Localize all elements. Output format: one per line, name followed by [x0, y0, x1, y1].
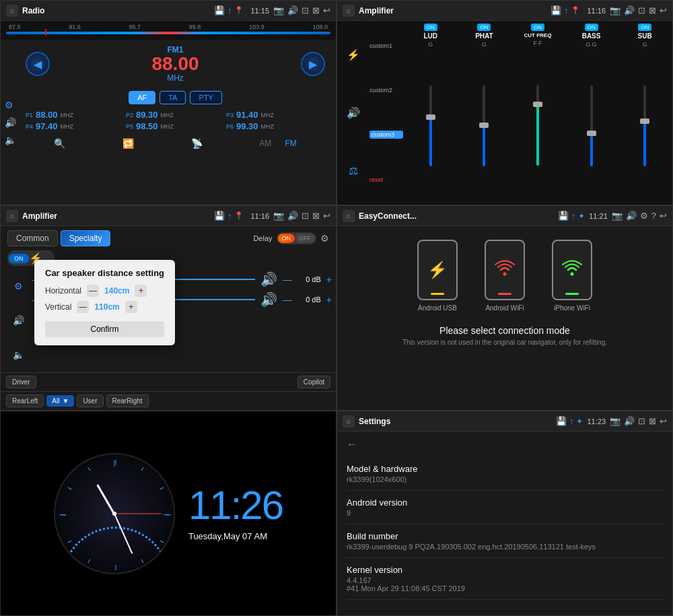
- android-wifi-label: Android WiFi: [485, 304, 524, 312]
- settings-icon-ec[interactable]: ⚙: [640, 211, 648, 221]
- sound-icon[interactable]: 🔊: [5, 117, 16, 128]
- phat-slider[interactable]: [483, 49, 485, 202]
- reset-label[interactable]: reset: [369, 176, 403, 183]
- horizontal-minus[interactable]: —: [87, 285, 99, 297]
- volume-icon-ec: 🔊: [626, 211, 637, 221]
- amp-channel-phat: ON PHAT G: [460, 24, 509, 202]
- back-icon-s[interactable]: ↩: [660, 416, 667, 426]
- custom2-label[interactable]: custom2: [369, 87, 403, 94]
- bluetooth-icon-s: ✦: [576, 417, 583, 426]
- signal-icon[interactable]: 📡: [191, 138, 203, 149]
- amp-full-title: Amplifier: [359, 6, 551, 15]
- eq-icon[interactable]: ⚙: [5, 100, 16, 110]
- android-usb-device[interactable]: ⚡ Android USB: [417, 240, 458, 312]
- next-button[interactable]: ▶: [301, 52, 325, 76]
- am-button[interactable]: AM: [259, 139, 271, 148]
- ch1-right-minus[interactable]: —: [283, 274, 292, 285]
- freq-mark-2: 91.6: [69, 24, 81, 30]
- home-icon-settings[interactable]: ⌂: [343, 415, 355, 427]
- all-dropdown[interactable]: All ▼: [46, 395, 74, 407]
- custom1-label[interactable]: custom1: [369, 42, 403, 49]
- question-icon-ec[interactable]: ?: [651, 211, 656, 221]
- home-icon-amp-s[interactable]: ⌂: [6, 210, 18, 222]
- volume-icon-s[interactable]: 🔊: [13, 315, 24, 326]
- ec-topbar-icons: 📷 🔊 ⚙ ? ↩: [612, 211, 667, 221]
- android-usb-phone: ⚡: [417, 240, 458, 300]
- horizontal-plus[interactable]: +: [135, 285, 147, 297]
- back-icon-amp[interactable]: ↩: [660, 5, 667, 15]
- settings-android-version: Android version 9: [347, 491, 663, 524]
- connect-sub-msg: This version is not used in the original…: [344, 339, 666, 346]
- delay-label: Delay: [253, 234, 272, 242]
- home-icon-amp[interactable]: ⌂: [343, 5, 355, 17]
- lud-label: LUD: [424, 32, 438, 40]
- subwoofer-icon-s[interactable]: 🔈: [13, 349, 24, 360]
- back-button[interactable]: ←: [347, 438, 663, 450]
- prev-button[interactable]: ◀: [26, 52, 50, 76]
- preset-p6[interactable]: P6 99.30 MHZ: [226, 121, 325, 131]
- eq-icon-s[interactable]: ⚙: [14, 281, 23, 292]
- rearleft-btn[interactable]: RearLeft: [6, 395, 44, 407]
- settings-gear-icon[interactable]: ⚙: [320, 233, 329, 244]
- ec-time: 11:21: [589, 212, 608, 220]
- lud-slider[interactable]: [429, 49, 432, 202]
- preset-p1[interactable]: P1 88.00 MHZ: [26, 110, 125, 120]
- sub-slider[interactable]: [643, 49, 646, 202]
- svg-line-12: [68, 487, 71, 489]
- android-wifi-device[interactable]: Android WiFi: [485, 240, 525, 312]
- preset-p4[interactable]: P4 97.40 MHZ: [26, 121, 125, 131]
- freq-track[interactable]: [6, 32, 330, 34]
- digital-display: 11:26 Tuesday,May 07 AM: [188, 485, 283, 541]
- wifi-symbol: [494, 259, 516, 281]
- search-icon[interactable]: 🔍: [54, 138, 65, 149]
- home-icon[interactable]: ⌂: [6, 5, 18, 17]
- delay-on-toggle[interactable]: ON: [278, 234, 295, 243]
- lud-on-badge: ON: [424, 24, 437, 31]
- amp-full-time: 11:16: [587, 7, 606, 15]
- easyconnect-topbar: ⌂ EasyConnect... 💾 ↑ ✦ 11:21 📷 🔊 ⚙ ? ↩: [337, 206, 672, 226]
- confirm-button[interactable]: Confirm: [45, 321, 164, 337]
- repeat-icon[interactable]: 🔁: [122, 138, 134, 149]
- amp-channel-sub: ON SUB G: [620, 24, 670, 202]
- rearright-btn[interactable]: RearRight: [106, 395, 149, 407]
- ch2-right-minus[interactable]: —: [283, 294, 292, 305]
- bass-slider[interactable]: [590, 49, 593, 202]
- balance-icon[interactable]: ⚖: [343, 164, 364, 177]
- eq-sliders-icon[interactable]: ⚡: [343, 48, 364, 61]
- settings-time: 11:23: [587, 417, 606, 425]
- back-icon-amp-s[interactable]: ↩: [323, 211, 330, 221]
- model-hardware-value: rk3399(1024x600): [347, 475, 663, 483]
- location-icon-amp: 📍: [571, 6, 580, 15]
- expand-icon-s: ⊡: [638, 416, 645, 426]
- back-icon[interactable]: ↩: [323, 5, 330, 15]
- build-number-value: rk3399-userdebug 9 PQ2A.190305.002 eng.h…: [347, 543, 663, 551]
- iphone-wifi-phone: [552, 240, 592, 300]
- user-btn[interactable]: User: [77, 395, 103, 407]
- back-icon-ec[interactable]: ↩: [660, 211, 667, 221]
- driver-btn[interactable]: Driver: [6, 376, 36, 388]
- fm-button[interactable]: FM: [285, 139, 296, 148]
- preset-p3[interactable]: P3 91.40 MHZ: [226, 110, 325, 120]
- ta-button[interactable]: TA: [160, 91, 186, 104]
- af-button[interactable]: AF: [129, 91, 155, 104]
- volume-ctrl-icon[interactable]: 🔊: [343, 106, 364, 119]
- common-tab[interactable]: Common: [7, 230, 58, 246]
- cutfreq-slider[interactable]: [536, 48, 539, 202]
- delay-off-toggle[interactable]: OFF: [295, 234, 315, 243]
- ch1-right-plus[interactable]: +: [326, 274, 332, 285]
- vertical-value: 110cm: [94, 302, 119, 312]
- preset-p2[interactable]: P2 89.30 MHZ: [126, 110, 225, 120]
- specialty-tab[interactable]: Specialty: [61, 230, 111, 246]
- ch2-right-plus[interactable]: +: [326, 294, 332, 305]
- subwoofer-icon[interactable]: 🔈: [5, 135, 16, 145]
- amp-channel-bass: ON BASS G G: [567, 24, 616, 202]
- pty-button[interactable]: PTY: [190, 91, 221, 104]
- vertical-plus[interactable]: +: [125, 301, 137, 313]
- on-toggle2[interactable]: ON: [9, 254, 29, 263]
- vertical-minus[interactable]: —: [77, 301, 89, 313]
- custom3-label[interactable]: custom3: [369, 131, 403, 139]
- iphone-wifi-device[interactable]: iPhone WiFi: [552, 240, 592, 312]
- preset-p5[interactable]: P5 98.50 MHZ: [126, 121, 225, 131]
- home-icon-ec[interactable]: ⌂: [343, 210, 355, 222]
- copilot-btn[interactable]: Copilot: [297, 376, 330, 388]
